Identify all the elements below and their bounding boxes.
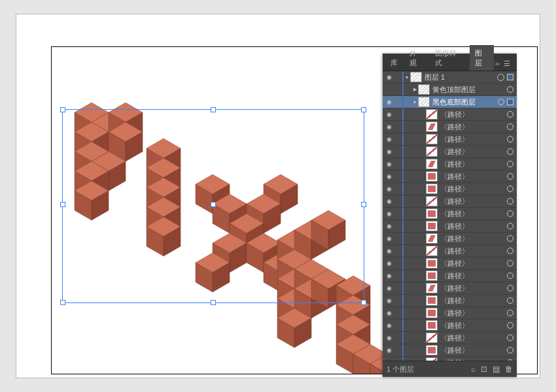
target-icon[interactable]	[507, 161, 513, 167]
layer-row[interactable]: ◉〈路径〉	[383, 220, 517, 233]
tabs-more-icon[interactable]: ››	[495, 59, 500, 68]
layer-thumbnail	[426, 196, 438, 206]
visibility-toggle[interactable]: ◉	[383, 297, 396, 304]
expand-arrow-icon[interactable]: ▼	[404, 75, 410, 80]
target-icon[interactable]	[507, 173, 513, 180]
layer-row[interactable]: ◉〈路径〉	[383, 171, 517, 183]
selection-handle[interactable]	[211, 202, 216, 207]
expand-arrow-icon[interactable]: ▼	[411, 100, 418, 105]
layer-row[interactable]: ◉〈路径〉	[383, 319, 517, 332]
layer-name: 〈路径〉	[440, 110, 469, 120]
target-icon[interactable]	[507, 148, 513, 155]
layer-row[interactable]: ◉〈路径〉	[383, 183, 517, 195]
make-clipping-mask-icon[interactable]: ⊡	[481, 365, 487, 374]
layer-name: 图层 1	[425, 73, 445, 82]
target-icon[interactable]	[507, 297, 513, 304]
target-icon[interactable]	[507, 86, 513, 93]
target-icon[interactable]	[507, 223, 513, 229]
layer-row[interactable]: ◉〈路径〉	[383, 332, 517, 344]
layer-row[interactable]: ◉〈路径〉	[383, 108, 517, 121]
target-icon[interactable]	[497, 74, 504, 81]
panel-menu-icon[interactable]: ☰	[504, 59, 510, 68]
visibility-toggle[interactable]: ◉	[383, 123, 396, 130]
layer-row[interactable]: ▶黄色顶部图层	[383, 84, 517, 96]
new-sublayer-icon[interactable]: ▤	[493, 365, 500, 374]
visibility-toggle[interactable]: ◉	[383, 186, 396, 192]
layer-row[interactable]: ◉〈路径〉	[383, 208, 517, 220]
target-icon[interactable]	[507, 198, 513, 204]
target-icon[interactable]	[507, 272, 513, 279]
selection-handle[interactable]	[60, 300, 65, 305]
layer-row[interactable]: ◉〈路径〉	[383, 245, 517, 257]
layer-row[interactable]: ◉〈路径〉	[383, 158, 517, 171]
tab-appearance[interactable]: 外观	[404, 45, 428, 71]
target-icon[interactable]	[507, 347, 513, 353]
selection-handle[interactable]	[361, 300, 366, 305]
target-icon[interactable]	[507, 235, 513, 242]
target-icon[interactable]	[507, 186, 513, 192]
visibility-toggle[interactable]: ◉	[383, 210, 396, 217]
visibility-toggle[interactable]: ◉	[383, 272, 396, 279]
expand-arrow-icon[interactable]: ▶	[411, 87, 418, 92]
selection-handle[interactable]	[60, 107, 65, 112]
layer-row[interactable]: ◉〈路径〉	[383, 133, 517, 146]
layer-row[interactable]: ◉〈路径〉	[383, 146, 517, 158]
visibility-toggle[interactable]: ◉	[383, 173, 396, 180]
target-icon[interactable]	[507, 123, 513, 130]
target-icon[interactable]	[507, 260, 513, 267]
selection-handle[interactable]	[361, 202, 366, 207]
layer-row[interactable]: ◉〈路径〉	[383, 270, 517, 282]
visibility-toggle[interactable]: ◉	[383, 223, 396, 229]
layer-row[interactable]: ◉〈路径〉	[383, 307, 517, 319]
visibility-toggle[interactable]: ◉	[383, 260, 396, 267]
visibility-toggle[interactable]: ◉	[383, 99, 396, 105]
layer-row[interactable]: ◉▼图层 1	[383, 71, 517, 84]
layer-row[interactable]: ◉〈路径〉	[383, 233, 517, 245]
target-icon[interactable]	[507, 322, 513, 329]
target-icon[interactable]	[507, 285, 513, 291]
layer-name: 〈路径〉	[440, 159, 469, 169]
target-icon[interactable]	[507, 136, 513, 142]
layer-row[interactable]: ◉〈路径〉	[383, 257, 517, 270]
target-icon[interactable]	[507, 310, 513, 316]
layer-name: 〈路径〉	[440, 284, 469, 293]
visibility-toggle[interactable]: ◉	[383, 74, 396, 80]
selection-handle[interactable]	[361, 107, 366, 112]
selection-handle[interactable]	[211, 107, 216, 112]
layer-row[interactable]: ◉〈路径〉	[383, 195, 517, 208]
layer-name: 〈路径〉	[440, 333, 469, 343]
target-icon[interactable]	[507, 111, 513, 118]
visibility-toggle[interactable]: ◉	[383, 347, 396, 353]
visibility-toggle[interactable]: ◉	[383, 285, 396, 291]
visibility-toggle[interactable]: ◉	[383, 248, 396, 254]
layer-thumbnail	[426, 233, 438, 244]
visibility-toggle[interactable]: ◉	[383, 136, 396, 142]
target-icon[interactable]	[507, 210, 513, 217]
visibility-toggle[interactable]: ◉	[383, 335, 396, 341]
layer-row[interactable]: ◉〈路径〉	[383, 121, 517, 133]
layer-row[interactable]: ◉▼黑色底部图层	[383, 96, 517, 108]
target-icon[interactable]	[498, 99, 504, 105]
visibility-toggle[interactable]: ◉	[383, 322, 396, 329]
locate-object-icon[interactable]: ⌕	[471, 365, 476, 374]
target-icon[interactable]	[507, 335, 513, 341]
delete-layer-icon[interactable]: 🗑	[505, 365, 513, 374]
layer-row[interactable]: ◉〈路径〉	[383, 344, 517, 357]
visibility-toggle[interactable]: ◉	[383, 235, 396, 242]
tab-layers[interactable]: 图层	[470, 45, 494, 71]
tab-graphic-styles[interactable]: 图形样式	[430, 45, 468, 71]
selection-handle[interactable]	[60, 202, 65, 207]
selection-handle[interactable]	[211, 300, 216, 305]
layer-row[interactable]: ◉〈路径〉	[383, 295, 517, 307]
visibility-toggle[interactable]: ◉	[383, 310, 396, 316]
visibility-toggle[interactable]: ◉	[383, 148, 396, 155]
visibility-toggle[interactable]: ◉	[383, 111, 396, 118]
panel-status-bar: 1 个图层 ⌕ ⊡ ▤ 🗑	[383, 361, 517, 377]
layer-row[interactable]: ◉〈路径〉	[383, 282, 517, 295]
tab-library[interactable]: 库	[385, 55, 403, 71]
layer-name: 黑色底部图层	[432, 97, 476, 107]
visibility-toggle[interactable]: ◉	[383, 161, 396, 167]
layer-name: 〈路径〉	[440, 296, 469, 306]
visibility-toggle[interactable]: ◉	[383, 198, 396, 204]
target-icon[interactable]	[507, 248, 513, 254]
